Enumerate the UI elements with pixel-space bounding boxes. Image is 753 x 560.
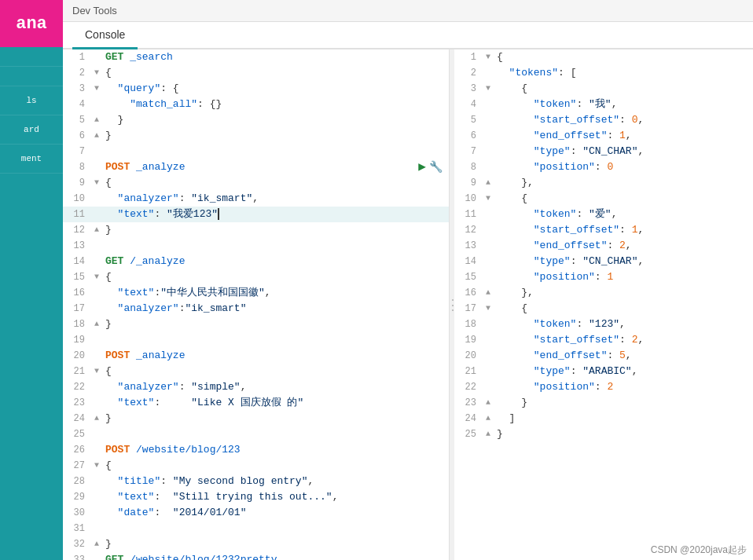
code-line-11: 11 "text": "我爱123" [63,207,449,222]
code-line-31: 31 [63,521,449,536]
code-line-10: 10 "analyzer": "ik_smart", [63,191,449,207]
code-line-17: 17 "analyzer":"ik_smart" [63,301,449,317]
json-line-25: 25 ▲ } [454,426,753,442]
sidebar-logo: ana [0,0,63,47]
json-line-15: 15 "position": 1 [454,269,753,285]
code-line-32: 32 ▲ } [63,536,449,552]
json-line-11: 11 "token": "爱", [454,207,753,222]
json-line-24: 24 ▲ ] [454,411,753,426]
tab-console[interactable]: Console [72,22,138,49]
run-button[interactable]: ▶ [418,159,426,175]
devtools-header: Dev Tools [63,0,753,22]
code-line-25: 25 [63,426,449,442]
code-line-22: 22 "analyzer": "simple", [63,379,449,395]
code-line-18: 18 ▲ } [63,317,449,332]
json-line-18: 18 "token": "123", [454,317,753,332]
json-line-6: 6 "end_offset": 1, [454,128,753,144]
json-line-12: 12 "start_offset": 1, [454,222,753,238]
code-line-4: 4 "match_all": {} [63,97,449,112]
json-line-9: 9 ▲ }, [454,175,753,191]
code-line-15: 15 ▼ { [63,269,449,285]
right-panel[interactable]: 1 ▼ { 2 "tokens": [ 3 ▼ { 4 [454,49,753,560]
sidebar-item-2[interactable] [0,67,63,86]
json-line-2: 2 "tokens": [ [454,65,753,81]
code-line-8: 8 POST _analyze ▶ 🔧 [63,159,449,175]
code-line-19: 19 [63,332,449,348]
code-line-3: 3 ▼ "query": { [63,81,449,97]
json-line-8: 8 "position": 0 [454,159,753,175]
json-line-20: 20 "end_offset": 5, [454,348,753,364]
code-line-14: 14 GET /_analyze [63,254,449,269]
code-line-21: 21 ▼ { [63,364,449,379]
code-line-33: 33 GET /website/blog/123?pretty [63,552,449,560]
json-line-19: 19 "start_offset": 2, [454,332,753,348]
code-line-1: 1 GET _search [63,49,449,65]
editor-area: 1 GET _search 2 ▼ { 3 ▼ "query": { [63,49,753,560]
tab-bar: Console [63,22,753,49]
code-line-28: 28 "title": "My second blog entry", [63,474,449,489]
code-line-9: 9 ▼ { [63,175,449,191]
json-line-21: 21 "type": "ARABIC", [454,364,753,379]
left-panel[interactable]: 1 GET _search 2 ▼ { 3 ▼ "query": { [63,49,450,560]
watermark: CSDN @2020java起步 [651,544,747,557]
json-line-17: 17 ▼ { [454,301,753,317]
code-line-29: 29 "text": "Still trying this out...", [63,489,449,505]
code-line-23: 23 "text": "Like X 国庆放假 的" [63,395,449,411]
sidebar-item-ard[interactable]: ard [0,115,63,145]
code-line-20: 20 POST _analyze [63,348,449,364]
json-line-14: 14 "type": "CN_CHAR", [454,254,753,269]
json-line-5: 5 "start_offset": 0, [454,112,753,128]
code-line-27: 27 ▼ { [63,458,449,474]
code-line-26: 26 POST /website/blog/123 [63,442,449,458]
code-line-16: 16 "text":"中华人民共和国国徽", [63,285,449,301]
wrench-button[interactable]: 🔧 [429,159,443,175]
sidebar-item-ls[interactable]: ls [0,86,63,115]
json-line-3: 3 ▼ { [454,81,753,97]
json-line-22: 22 "position": 2 [454,379,753,395]
json-line-1: 1 ▼ { [454,49,753,65]
sidebar-item-1[interactable] [0,47,63,67]
code-line-12: 12 ▲ } [63,222,449,238]
code-line-13: 13 [63,238,449,254]
json-line-13: 13 "end_offset": 2, [454,238,753,254]
sidebar: ana ls ard ment [0,0,63,560]
code-line-6: 6 ▲ } [63,128,449,144]
sidebar-item-ment[interactable]: ment [0,145,63,174]
line-num-1: 1 [63,49,91,65]
code-line-2: 2 ▼ { [63,65,449,81]
code-line-5: 5 ▲ } [63,112,449,128]
json-line-4: 4 "token": "我", [454,97,753,112]
json-line-10: 10 ▼ { [454,191,753,207]
json-line-16: 16 ▲ }, [454,285,753,301]
code-line-24: 24 ▲ } [63,411,449,426]
json-line-7: 7 "type": "CN_CHAR", [454,144,753,159]
json-line-23: 23 ▲ } [454,395,753,411]
code-line-7: 7 [63,144,449,159]
code-line-30: 30 "date": "2014/01/01" [63,505,449,521]
main-content: Dev Tools Console 1 GET _search 2 ▼ { [63,0,753,560]
